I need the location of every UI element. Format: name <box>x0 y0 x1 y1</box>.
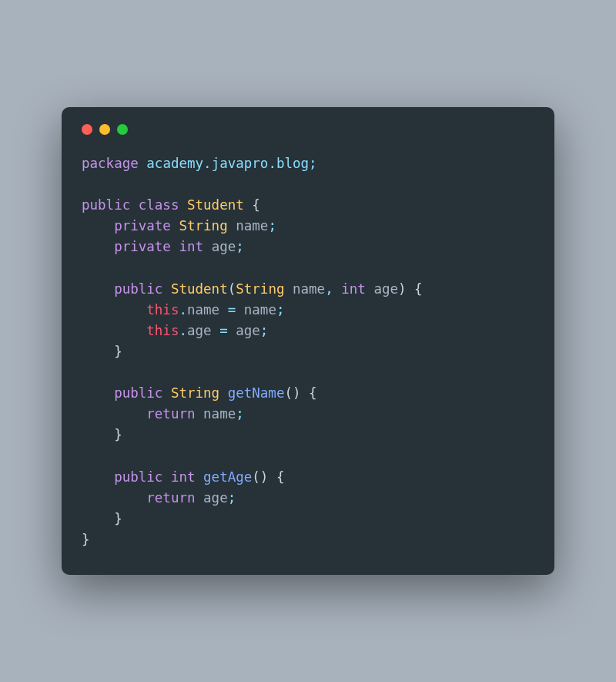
code-token: ; <box>228 490 236 506</box>
code-token <box>162 469 171 485</box>
code-token <box>162 385 171 401</box>
code-token: getName <box>228 385 285 401</box>
code-token: ( <box>228 281 236 297</box>
code-token: ; <box>236 406 244 422</box>
code-token: String <box>236 281 284 297</box>
code-token: . <box>203 156 212 171</box>
code-token: { <box>276 469 285 485</box>
window-titlebar <box>82 124 534 135</box>
code-token <box>236 302 244 317</box>
code-line: public String getName() { <box>82 383 534 404</box>
code-token: { <box>252 197 260 213</box>
code-token: age <box>373 281 398 297</box>
code-token <box>82 281 114 297</box>
code-line: public Student(String name, int age) { <box>82 279 534 300</box>
code-token: String <box>171 385 219 401</box>
code-token: private <box>114 239 171 254</box>
code-token: } <box>114 511 122 526</box>
code-token: ( <box>252 469 260 485</box>
code-token <box>82 218 114 233</box>
code-block: package academy.javapro.blog; public cla… <box>82 153 534 550</box>
code-line: } <box>82 425 534 445</box>
code-token <box>196 490 204 506</box>
code-token: name <box>187 302 219 317</box>
code-token: javapro <box>212 156 269 171</box>
code-token: blog <box>276 156 309 171</box>
code-token <box>219 302 228 317</box>
code-token: ( <box>284 385 293 401</box>
code-token: ; <box>268 218 276 233</box>
code-token: academy <box>146 156 203 171</box>
code-token <box>82 469 114 485</box>
code-token: int <box>179 239 203 254</box>
code-token: } <box>82 532 90 547</box>
code-token: return <box>146 490 195 506</box>
code-token: Student <box>171 281 228 297</box>
code-token: ) <box>293 385 301 401</box>
code-token: int <box>341 281 366 297</box>
code-token <box>228 323 236 338</box>
code-token: ; <box>236 239 244 254</box>
code-token <box>366 281 374 297</box>
code-token: name <box>244 302 276 317</box>
code-token <box>82 323 146 338</box>
code-token: = <box>219 323 228 338</box>
code-token <box>82 511 114 526</box>
code-line <box>82 174 534 195</box>
code-token: Student <box>187 197 244 213</box>
code-token: } <box>114 427 122 442</box>
code-line <box>82 362 534 383</box>
close-icon[interactable] <box>82 124 92 135</box>
code-line: } <box>82 529 534 550</box>
code-token <box>139 156 147 171</box>
code-token: int <box>171 469 196 485</box>
zoom-icon[interactable] <box>117 124 128 135</box>
code-line: private int age; <box>82 237 534 257</box>
code-token <box>333 281 342 297</box>
code-token: name <box>293 281 325 297</box>
code-line <box>82 446 534 467</box>
code-token: { <box>414 281 423 297</box>
code-line: public class Student { <box>82 195 534 216</box>
code-token <box>196 406 204 422</box>
code-token <box>244 197 253 213</box>
code-token: age <box>187 323 212 338</box>
code-line: } <box>82 341 534 362</box>
code-token: private <box>114 218 171 233</box>
code-token: ) <box>398 281 407 297</box>
code-token: name <box>236 218 268 233</box>
code-line: private String name; <box>82 216 534 237</box>
code-line <box>82 257 534 278</box>
code-token: String <box>179 218 227 233</box>
code-token: this <box>146 302 179 317</box>
code-token <box>203 239 212 254</box>
code-token: ; <box>276 302 285 317</box>
code-token: public <box>114 469 162 485</box>
code-token: public <box>114 281 162 297</box>
code-line: this.name = name; <box>82 300 534 321</box>
code-token <box>82 385 114 401</box>
code-token: age <box>212 239 236 254</box>
code-token <box>82 302 146 317</box>
code-token: age <box>203 490 228 506</box>
code-line: public int getAge() { <box>82 467 534 488</box>
code-token <box>268 469 276 485</box>
code-token: ; <box>260 323 269 338</box>
code-token <box>301 385 310 401</box>
code-token <box>407 281 415 297</box>
code-token <box>171 218 179 233</box>
code-token <box>162 281 171 297</box>
code-token: name <box>203 406 236 422</box>
code-token: class <box>139 197 179 213</box>
code-line: } <box>82 509 534 529</box>
code-token: = <box>228 302 236 317</box>
code-token <box>82 406 146 422</box>
minimize-icon[interactable] <box>99 124 110 135</box>
code-token <box>82 490 146 506</box>
code-token <box>130 197 139 213</box>
code-token: return <box>146 406 195 422</box>
code-token <box>212 323 220 338</box>
code-token <box>82 344 114 359</box>
code-token: age <box>236 323 260 338</box>
code-token <box>219 385 228 401</box>
